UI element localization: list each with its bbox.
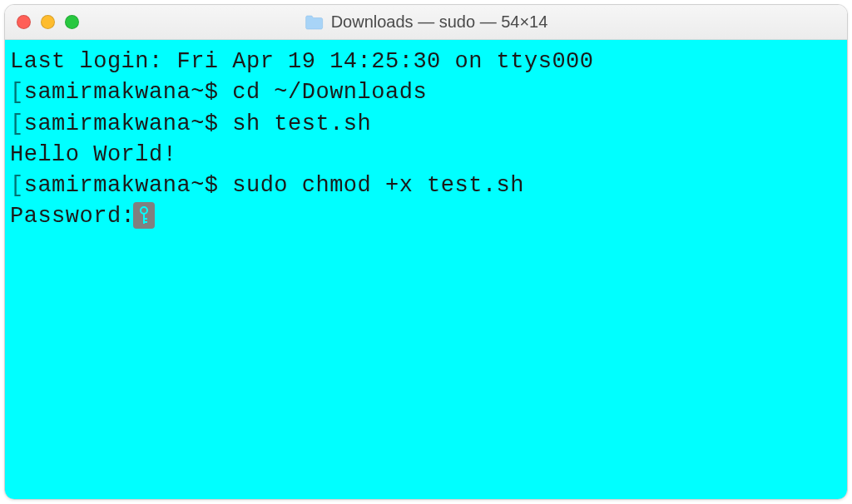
folder-icon bbox=[305, 14, 324, 31]
prompt-line-2: [samirmakwana~$ sh test.sh bbox=[10, 109, 842, 140]
window-title: Downloads — sudo — 54×14 bbox=[305, 12, 548, 32]
prompt-line-1: [samirmakwana~$ cd ~/Downloads bbox=[10, 77, 842, 108]
close-button[interactable] bbox=[17, 15, 31, 29]
window-title-text: Downloads — sudo — 54×14 bbox=[331, 12, 548, 32]
terminal-window: Downloads — sudo — 54×14 Last login: Fri… bbox=[4, 4, 848, 500]
prompt-line-3: [samirmakwana~$ sudo chmod +x test.sh bbox=[10, 170, 842, 201]
minimize-button[interactable] bbox=[41, 15, 55, 29]
key-icon bbox=[133, 202, 155, 229]
traffic-lights bbox=[17, 15, 79, 29]
output-line-1: Hello World! bbox=[10, 140, 842, 170]
zoom-button[interactable] bbox=[65, 15, 79, 29]
terminal-content[interactable]: Last login: Fri Apr 19 14:25:30 on ttys0… bbox=[5, 40, 847, 499]
password-prompt-line: Password: bbox=[10, 201, 842, 232]
window-title-bar[interactable]: Downloads — sudo — 54×14 bbox=[5, 5, 847, 40]
last-login-line: Last login: Fri Apr 19 14:25:30 on ttys0… bbox=[10, 47, 842, 77]
svg-point-0 bbox=[141, 207, 147, 214]
